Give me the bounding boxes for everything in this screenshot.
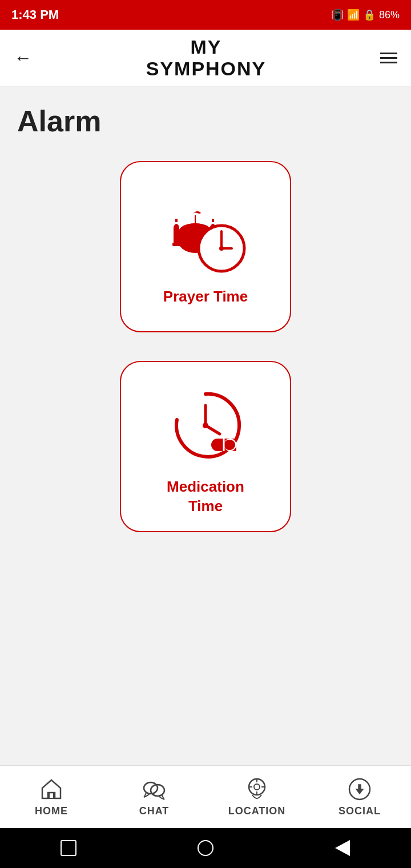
menu-line-3 <box>380 62 397 63</box>
nav-chat-label: CHAT <box>139 805 170 817</box>
chat-icon <box>142 777 167 802</box>
svg-rect-1 <box>174 227 179 244</box>
back-system-button[interactable] <box>332 838 353 858</box>
svg-rect-2 <box>175 219 178 222</box>
vibrate-icon: 📳 <box>331 9 344 21</box>
home-button[interactable] <box>195 838 216 858</box>
svg-point-12 <box>203 423 208 428</box>
prayer-time-label: Prayer Time <box>163 287 248 307</box>
social-icon <box>347 777 372 802</box>
location-icon <box>244 777 269 802</box>
status-bar: 1:43 PM 📳 📶 🔒 86% <box>0 0 411 30</box>
menu-line-2 <box>380 57 397 59</box>
svg-point-9 <box>219 246 224 251</box>
nav-location-label: LOCATION <box>228 805 286 817</box>
app-header: ← MY SYMPHONY <box>0 30 411 87</box>
nav-item-home[interactable]: HOME <box>0 777 103 817</box>
alarm-cards-container: Prayer Time MedicationTime <box>17 161 394 532</box>
status-time: 1:43 PM <box>11 7 59 22</box>
nav-item-chat[interactable]: CHAT <box>103 777 206 817</box>
svg-rect-16 <box>224 440 235 450</box>
page-content: Alarm <box>0 87 411 765</box>
app-title: MY SYMPHONY <box>146 37 267 79</box>
triangle-icon <box>335 840 350 856</box>
medication-time-card[interactable]: MedicationTime <box>120 361 291 532</box>
nav-item-social[interactable]: SOCIAL <box>308 777 411 817</box>
svg-rect-18 <box>49 793 54 798</box>
svg-point-22 <box>254 784 260 790</box>
circle-icon <box>198 840 213 856</box>
back-button[interactable]: ← <box>14 47 32 69</box>
medication-time-label: MedicationTime <box>167 477 244 516</box>
recent-apps-button[interactable] <box>58 838 79 858</box>
nav-item-location[interactable]: LOCATION <box>206 777 308 817</box>
system-nav-bar <box>0 828 411 868</box>
signal-icon: 🔒 <box>363 9 376 21</box>
square-icon <box>61 840 76 856</box>
medication-time-icon <box>160 377 251 468</box>
nav-home-label: HOME <box>35 805 68 817</box>
menu-line-1 <box>380 53 397 54</box>
bottom-navigation: HOME CHAT LOCATION SOCIAL <box>0 765 411 828</box>
svg-rect-4 <box>212 219 214 222</box>
status-icons: 📳 📶 🔒 86% <box>331 9 400 21</box>
menu-button[interactable] <box>380 53 397 63</box>
battery-icon: 86% <box>379 9 400 21</box>
page-title: Alarm <box>17 104 394 138</box>
home-icon <box>39 777 64 802</box>
nav-social-label: SOCIAL <box>339 805 381 817</box>
wifi-icon: 📶 <box>347 9 360 21</box>
prayer-time-icon <box>160 187 251 278</box>
prayer-time-card[interactable]: Prayer Time <box>120 161 291 332</box>
